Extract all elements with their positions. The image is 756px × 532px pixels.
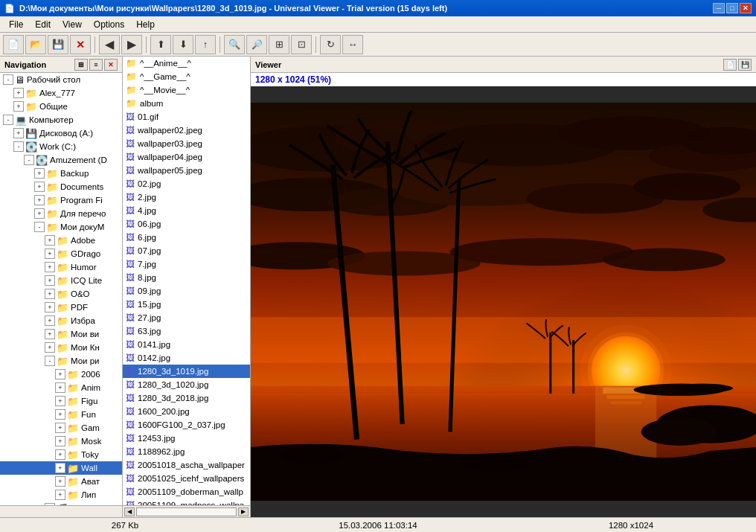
file-list-item[interactable]: 🖼2.jpg <box>123 190 250 204</box>
viewer-image-area[interactable] <box>251 86 756 517</box>
tree-expand-btn[interactable]: + <box>34 168 45 179</box>
tree-expand-btn[interactable]: + <box>45 342 55 353</box>
tree-item[interactable]: +📁2006 <box>0 368 122 381</box>
tree-item[interactable]: +📁Adobe <box>0 234 122 247</box>
nav-list-btn[interactable]: ≡ <box>89 59 103 71</box>
tree-expand-btn[interactable]: - <box>45 356 55 366</box>
file-list-item[interactable]: 🖼15.jpg <box>123 298 250 311</box>
tree-item[interactable]: +📁Wall <box>0 461 122 475</box>
menu-options[interactable]: Options <box>88 16 130 32</box>
file-list-item[interactable]: 🖼09.jpg <box>123 284 250 298</box>
viewer-btn-1[interactable]: 📄 <box>723 59 737 71</box>
tree-item[interactable]: +📁Ават <box>0 475 122 488</box>
tree-item[interactable]: +📁PDF <box>0 301 122 314</box>
tree-expand-btn[interactable]: + <box>55 409 65 420</box>
prev-button[interactable]: ◀ <box>99 35 120 54</box>
maximize-button[interactable]: □ <box>726 3 738 13</box>
tree-expand-btn[interactable]: + <box>55 382 65 393</box>
tree-expand-btn[interactable]: + <box>55 369 65 379</box>
tree-expand-btn[interactable]: + <box>45 329 55 339</box>
close-button[interactable]: ✕ <box>740 3 752 13</box>
tree-expand-btn[interactable]: + <box>55 476 65 487</box>
tree-item[interactable]: +📁Documents <box>0 180 122 193</box>
tree-expand-btn[interactable]: + <box>45 249 55 259</box>
nav-up-button[interactable]: ⬆ <box>150 35 171 54</box>
file-list-item[interactable]: 🖼27.jpg <box>123 311 250 324</box>
file-list-item[interactable]: 📁^__Anime__^ <box>123 57 250 70</box>
file-list-item[interactable]: 📁^__Game__^ <box>123 70 250 83</box>
zoom-in-button[interactable]: 🔍 <box>224 35 245 54</box>
tree-item[interactable]: +📁Мои ви <box>0 327 122 341</box>
mirror-button[interactable]: ↔ <box>342 35 363 54</box>
tree-expand-btn[interactable]: + <box>45 262 55 272</box>
file-list-item[interactable]: 📁^__Movie__^ <box>123 83 250 97</box>
tree-expand-btn[interactable]: + <box>55 463 65 473</box>
tree-item[interactable]: +📁Fun <box>0 408 122 421</box>
tree-item[interactable]: +📁Для перечо <box>0 207 122 220</box>
nav-top-button[interactable]: ↑ <box>195 35 216 54</box>
file-list-item[interactable]: 🖼0141.jpg <box>123 338 250 351</box>
close-file-button[interactable]: ✕ <box>70 35 91 54</box>
tree-expand-btn[interactable]: + <box>13 101 24 112</box>
tree-item[interactable]: +📁Mosk <box>0 435 122 448</box>
file-list-item[interactable]: 🖼07.jpg <box>123 244 250 257</box>
tree-item[interactable]: +📁Alex_777 <box>0 86 122 100</box>
tree-expand-btn[interactable]: + <box>55 449 65 460</box>
file-list-item[interactable]: 🖼8.jpg <box>123 271 250 284</box>
new-button[interactable]: 📄 <box>3 35 24 54</box>
tree-item[interactable]: +📁Общие <box>0 100 122 113</box>
file-list-item[interactable]: 🖼1280_3d_1020.jpg <box>123 378 250 391</box>
file-list-item[interactable]: 🖼1600FG100_2_037.jpg <box>123 418 250 432</box>
tree-item[interactable]: +📁Humor <box>0 260 122 274</box>
tree-expand-btn[interactable]: + <box>55 490 65 500</box>
tree-item[interactable]: +📁Toky <box>0 448 122 461</box>
tree-item[interactable]: -💻Компьютер <box>0 113 122 126</box>
file-list-item[interactable]: 🖼1600_200.jpg <box>123 405 250 418</box>
file-list-item[interactable]: 🖼06.jpg <box>123 217 250 231</box>
tree-item[interactable]: -💽Amuzement (D <box>0 153 122 167</box>
nav-down-button[interactable]: ⬇ <box>173 35 193 54</box>
file-list-item[interactable]: 🖼wallpaper05.jpeg <box>123 164 250 177</box>
viewer-btn-2[interactable]: 💾 <box>738 59 752 71</box>
fit-button[interactable]: ⊞ <box>269 35 289 54</box>
tree-expand-btn[interactable]: + <box>45 235 55 246</box>
tree-expand-btn[interactable]: + <box>45 275 55 286</box>
file-list-item[interactable]: 🖼1188962.jpg <box>123 445 250 458</box>
file-list-item[interactable]: 🖼01.gif <box>123 110 250 124</box>
file-list-item[interactable]: 🖼0142.jpg <box>123 351 250 365</box>
tree-expand-btn[interactable]: + <box>45 289 55 299</box>
tree-item[interactable]: +📁O&O <box>0 287 122 301</box>
file-list-item[interactable]: 📁album <box>123 97 250 110</box>
tree-expand-btn[interactable]: + <box>34 195 45 205</box>
file-list-item[interactable]: 🖼20051018_ascha_wallpaper <box>123 458 250 472</box>
tree-expand-btn[interactable]: + <box>55 396 65 406</box>
open-button[interactable]: 📂 <box>25 35 46 54</box>
tree-item[interactable]: +💾Дисковод (A:) <box>0 126 122 140</box>
file-list-item[interactable]: 🖼63.jpg <box>123 324 250 338</box>
file-list-item[interactable]: 🖼20051109_doberman_wallp <box>123 485 250 499</box>
file-list-item[interactable]: 🖼20051025_icehf_wallpapers <box>123 472 250 485</box>
file-list-item[interactable]: 🖼6.jpg <box>123 231 250 244</box>
file-list[interactable]: 📁^__Anime__^📁^__Game__^📁^__Movie__^📁albu… <box>123 57 250 505</box>
menu-view[interactable]: View <box>57 16 88 32</box>
file-scrollbar[interactable]: ◀ ▶ <box>123 505 250 517</box>
tree-item[interactable]: +📁Figu <box>0 394 122 408</box>
tree-expand-btn[interactable]: + <box>45 302 55 313</box>
actual-size-button[interactable]: ⊡ <box>291 35 312 54</box>
tree-item[interactable]: +📁Избра <box>0 314 122 327</box>
file-list-item[interactable]: 🖼7.jpg <box>123 257 250 271</box>
zoom-out-button[interactable]: 🔎 <box>246 35 267 54</box>
tree-expand-btn[interactable]: - <box>34 222 45 232</box>
tree-expand-btn[interactable]: + <box>13 88 24 98</box>
tree-item[interactable]: -💽Work (C:) <box>0 140 122 153</box>
menu-file[interactable]: File <box>3 16 29 32</box>
tree-item[interactable]: +📁Gam <box>0 421 122 435</box>
next-button[interactable]: ▶ <box>121 35 142 54</box>
tree-item[interactable]: -📁Мои докуM <box>0 220 122 234</box>
tree-expand-btn[interactable]: + <box>34 208 45 219</box>
tree-item[interactable]: +📁Program Fi <box>0 193 122 207</box>
tree-item[interactable]: -🖥Рабочий стол <box>0 73 122 86</box>
tree-expand-btn[interactable]: - <box>3 74 13 85</box>
file-list-item[interactable]: 🖼wallpaper03.jpeg <box>123 137 250 150</box>
nav-scrollbar[interactable] <box>0 505 122 517</box>
